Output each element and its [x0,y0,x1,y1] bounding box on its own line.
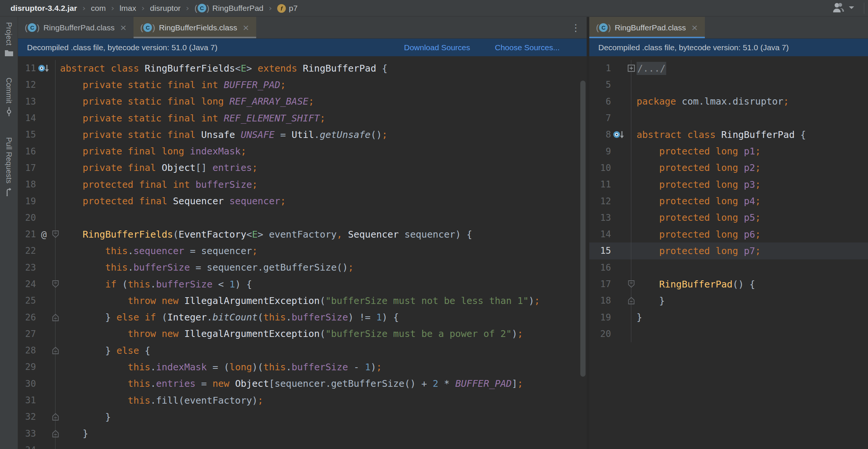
fold-marker-up[interactable] [52,413,59,421]
breadcrumb-item[interactable]: fp7 [277,3,297,13]
code-text: private static final long REF_ARRAY_BASE… [56,96,314,107]
line-number: 6 [589,96,611,107]
class-icon: (C) [596,23,611,32]
fold-marker-plus[interactable] [628,64,635,72]
editor-tab[interactable]: (C)RingBufferPad.class× [589,17,705,38]
banner-link[interactable]: Choose Sources... [495,43,560,52]
close-icon[interactable]: × [691,23,698,32]
code-text: } [631,295,665,306]
code-text: private static final int BUFFER_PAD; [56,79,286,90]
code-text: this.indexMask = (long)(this.bufferSize … [56,362,382,373]
code-text: this.fill(eventFactory); [56,395,263,406]
code-text: } [631,312,642,323]
fold-marker-down[interactable] [52,230,59,238]
editor-tab[interactable]: (C)RingBufferFields.class× [134,17,256,38]
code-text: protected long p3; [631,179,761,190]
fold-marker-up[interactable] [52,313,59,321]
right-tabbar: (C)RingBufferPad.class× [589,17,868,39]
fold-marker-down[interactable] [628,280,635,288]
code-text: package com.lmax.disruptor; [631,96,789,107]
line-number: 10 [589,163,611,173]
code-line: 17 private final Object[] entries; [18,160,587,176]
fold-marker-up[interactable] [628,297,635,305]
topbar-separator [864,3,864,14]
vertical-scrollbar[interactable] [580,81,586,377]
code-line: 5 [589,76,868,93]
gutter: 17 [18,160,56,176]
code-text: /.../ [631,63,666,74]
code-editor-right[interactable]: 1/.../56package com.lmax.disruptor;78abs… [589,56,868,449]
gutter: 12 [589,193,631,209]
gutter: 13 [589,210,631,226]
code-text: private static final Unsafe UNSAFE = Uti… [56,129,387,140]
code-line: 10 protected long p2; [589,160,868,176]
code-text: throw new IllegalArgumentException("buff… [56,328,523,339]
code-line: 8abstract class RingBufferPad { [589,126,868,143]
tool-window-button-pull-requests[interactable]: Pull Requests [5,137,14,196]
tool-window-label: Project [5,22,13,45]
line-number: 16 [589,262,611,273]
gutter: 33 [18,425,56,442]
line-number: 19 [18,196,36,207]
commit-icon [5,107,13,116]
code-line: 17 RingBufferPad() { [589,276,868,292]
line-number: 12 [589,196,611,207]
line-number: 31 [18,395,36,406]
line-number: 24 [18,279,36,289]
code-line: 16 private final long indexMask; [18,143,587,159]
code-line: 14 protected long p6; [589,226,868,242]
chevron-down-icon[interactable] [848,5,855,12]
line-number: 16 [18,146,36,157]
decompile-banner-left: Decompiled .class file, bytecode version… [18,39,587,56]
gutter: 10 [589,160,631,176]
active-tab-underline [134,37,256,38]
breadcrumb-item[interactable]: disruptor-3.4.2.jar [11,4,77,13]
line-number: 7 [589,113,611,123]
breadcrumb-item[interactable]: (C)RingBufferPad [194,4,263,13]
line-number: 17 [18,163,36,173]
gutter: 18 [589,292,631,309]
gutter-icon-slot: @ [36,229,52,240]
overridden-icon[interactable] [37,63,51,74]
gutter: 14 [589,226,631,242]
users-icon[interactable] [832,2,844,14]
fold-marker-up[interactable] [52,347,59,355]
code-line: 25 throw new IllegalArgumentException("b… [18,292,587,309]
tool-window-button-commit[interactable]: Commit [5,78,13,116]
topbar-right [832,0,864,16]
code-text: private final Object[] entries; [56,162,258,173]
gutter: 28 [18,342,56,359]
more-tabs-menu[interactable]: ⋮ [571,17,581,38]
gutter: 11 [18,60,56,76]
tab-label: RingBufferPad.class [615,23,686,32]
banner-message: Decompiled .class file, bytecode version… [598,43,789,52]
gutter-icon-slot [36,63,52,74]
code-line: 18 protected final int bufferSize; [18,176,587,193]
tool-window-button-project[interactable]: Project [5,22,14,57]
gutter: 5 [589,76,631,93]
code-editor-left[interactable]: 11abstract class RingBufferFields<E> ext… [18,56,587,449]
code-text: } [56,412,111,422]
close-icon[interactable]: × [242,23,249,32]
banner-link[interactable]: Download Sources [404,43,470,52]
line-number: 28 [18,345,36,356]
code-line: 32 } [18,409,587,425]
breadcrumb-item[interactable]: lmax [120,4,136,13]
class-icon: (C) [140,23,155,32]
fold-marker-down[interactable] [52,280,59,288]
line-number: 5 [589,79,611,90]
code-text: if (this.bufferSize < 1) { [56,279,252,290]
code-line: 9 protected long p1; [589,143,868,159]
gutter: 14 [18,110,56,126]
overridden-icon[interactable] [612,129,626,140]
editor-tab[interactable]: (C)RingBufferPad.class× [18,17,134,38]
class-icon: (C) [25,23,40,32]
code-text: } else if (Integer.bitCount(this.bufferS… [56,312,399,323]
close-icon[interactable]: × [120,23,127,32]
breadcrumb-item[interactable]: com [91,4,106,13]
gutter: 13 [18,93,56,110]
fold-marker-up[interactable] [52,430,59,437]
breadcrumb-item[interactable]: disruptor [150,4,181,13]
gutter: 29 [18,359,56,375]
code-text: protected long p6; [631,229,761,240]
